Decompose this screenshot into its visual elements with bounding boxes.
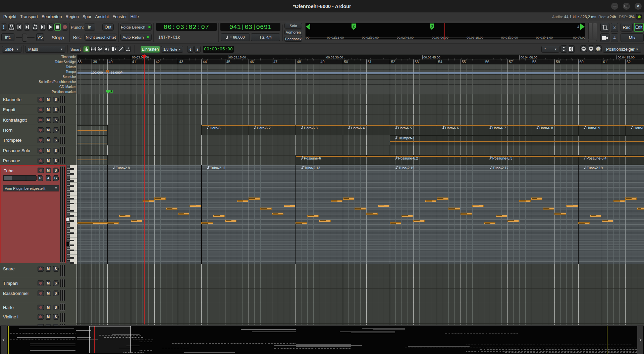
- svg-text:00:03:15:00: 00:03:15:00: [229, 55, 246, 59]
- svg-text:M: M: [47, 169, 50, 172]
- svg-text:00:03:30:00: 00:03:30:00: [326, 55, 343, 59]
- svg-text:M: M: [47, 159, 50, 163]
- svg-text:Tuba-2.19: Tuba-2.19: [587, 166, 603, 170]
- svg-text:!: !: [3, 24, 5, 30]
- svg-text:Harfe: Harfe: [3, 305, 14, 310]
- svg-text:3: 3: [111, 90, 113, 94]
- svg-text:A: A: [47, 176, 49, 180]
- svg-text:Trumpet-3: Trumpet-3: [398, 136, 414, 140]
- svg-text:Timpani: Timpani: [3, 281, 18, 286]
- svg-text:Horn-6.6: Horn-6.6: [445, 126, 459, 130]
- svg-text:Horn-6.: Horn-6.: [634, 126, 644, 130]
- svg-text:[]: []: [597, 47, 599, 51]
- svg-text:00: 00: [306, 36, 310, 39]
- svg-text:Bereiche: Bereiche: [63, 75, 76, 79]
- svg-text:100,000: 100,000: [91, 71, 103, 74]
- svg-text:S: S: [55, 292, 57, 295]
- svg-text:S: S: [55, 108, 57, 112]
- svg-text:Fagott: Fagott: [3, 107, 15, 112]
- svg-text:Posaune-6.2: Posaune-6.2: [398, 156, 418, 160]
- svg-text:Tuba-2.17: Tuba-2.17: [493, 166, 509, 170]
- svg-text:CD-Marker: CD-Marker: [59, 85, 76, 89]
- svg-text:62: 62: [627, 60, 631, 64]
- svg-text:39: 39: [93, 60, 97, 64]
- svg-text:Horn-6.7: Horn-6.7: [492, 126, 506, 130]
- svg-text:Schleifen/Punchbereiche: Schleifen/Punchbereiche: [39, 80, 76, 84]
- svg-text:Positionsmarker: Positionsmarker: [52, 90, 76, 94]
- svg-text:58: 58: [532, 60, 536, 64]
- svg-text:Posaune-6: Posaune-6: [304, 156, 321, 160]
- svg-text:Horn-6.9: Horn-6.9: [587, 126, 600, 130]
- svg-text:Basstrommel: Basstrommel: [3, 291, 29, 296]
- svg-text:Tuba: Tuba: [4, 168, 14, 173]
- svg-text:M: M: [47, 98, 50, 101]
- svg-text:46: 46: [250, 60, 254, 64]
- svg-text:M: M: [47, 108, 50, 112]
- svg-text:Violine I: Violine I: [3, 314, 18, 319]
- svg-text:Taktart: Taktart: [66, 65, 76, 69]
- svg-text:M: M: [47, 281, 50, 285]
- svg-text:Tempo: Tempo: [66, 70, 76, 74]
- svg-text:Posaune: Posaune: [3, 158, 20, 163]
- svg-text:Horn-6: Horn-6: [210, 126, 220, 130]
- svg-text:Snare: Snare: [3, 266, 15, 271]
- svg-text:3: 3: [431, 24, 433, 28]
- svg-text:38: 38: [77, 60, 82, 64]
- svg-text:53: 53: [415, 60, 419, 64]
- svg-text:S: S: [55, 281, 57, 285]
- svg-text:42: 42: [156, 60, 160, 64]
- svg-text:60: 60: [580, 60, 584, 64]
- svg-text:Klarinette: Klarinette: [3, 97, 21, 102]
- svg-text:56: 56: [485, 60, 489, 64]
- svg-text:M: M: [47, 267, 50, 271]
- svg-text:55: 55: [462, 60, 466, 64]
- svg-text:40: 40: [109, 60, 113, 64]
- svg-text:2: 2: [353, 24, 355, 28]
- svg-text:Horn-6.3: Horn-6.3: [304, 126, 318, 130]
- svg-text:Takte:Schläge: Takte:Schläge: [55, 60, 76, 64]
- svg-text:Timecode: Timecode: [61, 55, 76, 59]
- svg-text:00:03:45:00: 00:03:45:00: [423, 55, 440, 59]
- svg-text:1: 1: [308, 25, 310, 29]
- svg-text:51: 51: [368, 60, 372, 64]
- svg-text:Horn-6.8: Horn-6.8: [539, 126, 553, 130]
- svg-text:48: 48: [297, 60, 301, 64]
- svg-text:S: S: [55, 98, 57, 101]
- svg-text:45: 45: [226, 60, 230, 64]
- svg-text:Vom Plugin bereitgestellt: Vom Plugin bereitgestellt: [5, 186, 45, 190]
- svg-text:S: S: [55, 306, 57, 309]
- svg-text:Posaune Solo: Posaune Solo: [3, 148, 30, 153]
- svg-text:Tuba-2.11: Tuba-2.11: [210, 166, 226, 170]
- svg-text:Tuba-2.13: Tuba-2.13: [304, 166, 320, 170]
- svg-text:66,000/4: 66,000/4: [111, 71, 124, 74]
- svg-text:S: S: [55, 169, 57, 172]
- svg-text:S: S: [55, 149, 57, 152]
- svg-text:Tuba-2.8: Tuba-2.8: [116, 166, 130, 170]
- svg-text:Horn: Horn: [3, 128, 12, 133]
- svg-text:S: S: [55, 267, 57, 271]
- svg-text:00:04:15:00: 00:04:15:00: [618, 55, 635, 59]
- svg-text:Trompete: Trompete: [3, 138, 21, 143]
- svg-text:00:03:00:00: 00:03:00:00: [132, 55, 149, 59]
- svg-text:43: 43: [179, 60, 183, 64]
- svg-text:57: 57: [509, 60, 513, 64]
- svg-text:M: M: [47, 128, 50, 132]
- svg-text:G: G: [54, 176, 57, 180]
- svg-text:S: S: [55, 138, 57, 142]
- svg-text:Posaune-6.3: Posaune-6.3: [492, 156, 513, 160]
- svg-text:M: M: [47, 138, 50, 142]
- svg-text:M: M: [47, 315, 50, 319]
- svg-text:61: 61: [603, 60, 607, 64]
- svg-text:54: 54: [438, 60, 442, 64]
- svg-text:P: P: [39, 176, 42, 180]
- svg-text:44: 44: [203, 60, 207, 64]
- svg-text:Posaune-6.4: Posaune-6.4: [587, 156, 607, 160]
- svg-text:50: 50: [344, 60, 348, 64]
- svg-text:41: 41: [132, 60, 136, 64]
- svg-text:52: 52: [391, 60, 395, 64]
- svg-text:Tuba-2.15: Tuba-2.15: [398, 166, 415, 170]
- svg-text:59: 59: [556, 60, 560, 64]
- svg-text:S: S: [55, 315, 57, 319]
- svg-text:Horn-6.2: Horn-6.2: [257, 126, 271, 130]
- svg-text:S: S: [55, 128, 57, 132]
